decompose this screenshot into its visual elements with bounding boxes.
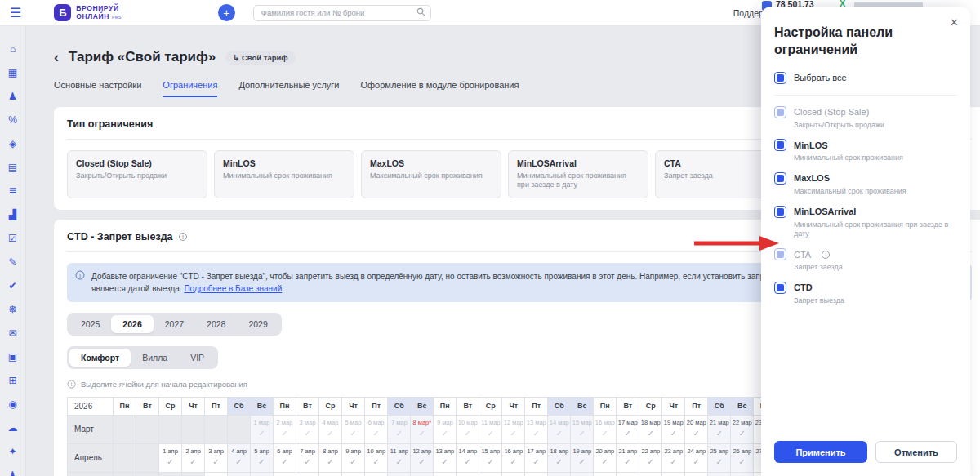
checkbox-ctd[interactable] — [774, 282, 786, 294]
date-cell-11-апр[interactable]: 11 апр✓ — [388, 443, 411, 472]
restriction-card-minlosarrival[interactable]: MinLOSArrivalМинимальный срок проживания… — [508, 150, 648, 198]
date-cell-23-апр[interactable]: 23 апр✓ — [662, 443, 685, 472]
date-cell-4-мар[interactable]: 4 мар✓ — [319, 415, 342, 443]
date-cell-13-апр[interactable]: 13 апр✓ — [434, 443, 457, 472]
back-button[interactable]: ‹ — [54, 50, 59, 65]
date-cell-1-апр[interactable]: 1 апр✓ — [159, 443, 182, 472]
tab-основные-настройки[interactable]: Основные настройки — [54, 80, 141, 97]
search-input[interactable] — [253, 5, 431, 21]
date-cell-8-мая[interactable]: 8 мая✓ — [365, 472, 388, 476]
close-icon[interactable]: ✕ — [950, 16, 959, 29]
date-cell-4-апр[interactable]: 4 апр✓ — [228, 443, 251, 472]
date-cell-17-мар[interactable]: 17 мар✓ — [617, 415, 639, 443]
date-cell-18-мая[interactable]: 18 мая✓ — [594, 472, 617, 476]
date-cell-6-мая[interactable]: 6 мая✓ — [319, 472, 342, 476]
date-cell-16-мая[interactable]: 16 мая✓ — [548, 472, 571, 476]
date-cell-13-мар[interactable]: 13 мар✓ — [525, 415, 548, 443]
checkbox-minlosarrival[interactable] — [774, 206, 786, 218]
date-cell-24-апр[interactable]: 24 апр✓ — [685, 443, 708, 472]
date-cell-14-мар[interactable]: 14 мар✓ — [548, 415, 571, 443]
tab-ограничения[interactable]: Ограничения — [163, 80, 217, 97]
date-cell-19-мар[interactable]: 19 мар✓ — [662, 415, 685, 443]
date-cell-10-мар[interactable]: 10 мар✓ — [457, 415, 479, 443]
app-logo[interactable]: Б БРОНИРУЙ ОНЛАЙН PMS — [54, 4, 121, 21]
date-cell-9-апр[interactable]: 9 апр✓ — [342, 443, 365, 472]
checkbox-closed[interactable] — [774, 106, 786, 118]
year-tab-2025[interactable]: 2025 — [69, 315, 111, 333]
date-cell-1-мая[interactable]: 1 мая*✓ — [205, 472, 228, 476]
profile-icon[interactable]: ♟ — [7, 470, 19, 476]
date-cell-5-апр[interactable]: 5 апр✓ — [251, 443, 274, 472]
knowledge-base-link[interactable]: Подробнее в Базе знаний — [184, 284, 282, 293]
category-tab-vip[interactable]: VIP — [179, 349, 216, 367]
info-icon[interactable]: i — [179, 233, 187, 241]
date-cell-7-мар[interactable]: 7 мар✓ — [388, 415, 411, 443]
date-cell-17-апр[interactable]: 17 апр✓ — [525, 443, 548, 472]
restriction-card-maxlos[interactable]: MaxLOSМаксимальный срок проживания — [361, 150, 501, 198]
year-tab-2029[interactable]: 2029 — [237, 315, 278, 333]
camera-icon[interactable]: ◉ — [7, 399, 19, 409]
date-cell-19-апр[interactable]: 19 апр✓ — [571, 443, 594, 472]
date-cell-1-мар[interactable]: 1 мар✓ — [251, 415, 274, 443]
date-cell-12-мар[interactable]: 12 мар✓ — [502, 415, 525, 443]
date-cell-10-мая[interactable]: 10 мая✓ — [411, 472, 434, 476]
date-cell-26-апр[interactable]: 26 апр✓ — [731, 443, 754, 472]
restriction-card-closed[interactable]: Closed (Stop Sale)Закрыть/Открыть продаж… — [67, 150, 207, 198]
tags-icon[interactable]: ◈ — [7, 139, 19, 149]
guests-icon[interactable]: ♟ — [7, 91, 19, 101]
reception-bell-icon[interactable]: ⌂ — [7, 44, 19, 54]
date-cell-15-мая[interactable]: 15 мая✓ — [525, 472, 548, 476]
date-cell-22-апр[interactable]: 22 апр✓ — [639, 443, 662, 472]
category-tab-комфорт[interactable]: Комфорт — [69, 349, 131, 367]
cancel-button[interactable]: Отменить — [875, 441, 957, 463]
date-cell-12-мая[interactable]: 12 мая✓ — [457, 472, 479, 476]
date-cell-23-мая[interactable]: 23 мая✓ — [708, 472, 731, 476]
date-cell-12-апр[interactable]: 12 апр✓ — [411, 443, 434, 472]
date-cell-18-апр[interactable]: 18 апр✓ — [548, 443, 571, 472]
date-cell-3-мая[interactable]: 3 мая✓ — [251, 472, 274, 476]
date-cell-16-апр[interactable]: 16 апр✓ — [502, 443, 525, 472]
date-cell-24-мая[interactable]: 24 мая✓ — [731, 472, 754, 476]
date-cell-14-мая[interactable]: 14 мая✓ — [502, 472, 525, 476]
date-cell-15-мар[interactable]: 15 мар✓ — [571, 415, 594, 443]
year-tab-2027[interactable]: 2027 — [154, 315, 195, 333]
date-cell-3-апр[interactable]: 3 апр✓ — [205, 443, 228, 472]
tab-оформление-в-модуле-бронирования[interactable]: Оформление в модуле бронирования — [360, 80, 519, 97]
date-cell-11-мая[interactable]: 11 мая✓ — [434, 472, 457, 476]
date-cell-9-мар[interactable]: 9 мар✓ — [434, 415, 457, 443]
date-cell-15-апр[interactable]: 15 апр✓ — [479, 443, 502, 472]
analytics-icon[interactable]: ▟ — [7, 210, 19, 220]
date-cell-5-мая[interactable]: 5 мая✓ — [296, 472, 319, 476]
date-cell-8-мар[interactable]: 8 мар*✓ — [411, 415, 434, 443]
date-cell-17-мая[interactable]: 17 мая✓ — [571, 472, 594, 476]
tasks-icon[interactable]: ☑ — [7, 234, 19, 243]
date-cell-4-мая[interactable]: 4 мая✓ — [274, 472, 296, 476]
date-cell-10-апр[interactable]: 10 апр✓ — [365, 443, 388, 472]
date-cell-13-мая[interactable]: 13 мая✓ — [479, 472, 502, 476]
date-cell-3-мар[interactable]: 3 мар✓ — [296, 415, 319, 443]
date-cell-19-мая[interactable]: 19 мая✓ — [617, 472, 639, 476]
date-cell-22-мая[interactable]: 22 мая✓ — [685, 472, 708, 476]
select-all-checkbox[interactable] — [774, 72, 786, 84]
info-icon[interactable]: i — [822, 251, 830, 259]
date-cell-7-мая[interactable]: 7 мая✓ — [342, 472, 365, 476]
date-cell-9-мая[interactable]: 9 мая*✓ — [388, 472, 411, 476]
date-cell-18-мар[interactable]: 18 мар✓ — [639, 415, 662, 443]
date-cell-2-апр[interactable]: 2 апр✓ — [182, 443, 205, 472]
date-cell-11-мар[interactable]: 11 мар✓ — [479, 415, 502, 443]
year-tab-2028[interactable]: 2028 — [195, 315, 237, 333]
date-cell-21-мая[interactable]: 21 мая✓ — [662, 472, 685, 476]
date-cell-2-мая[interactable]: 2 мая✓ — [228, 472, 251, 476]
create-booking-button[interactable]: + — [218, 4, 235, 21]
tab-дополнительные-услуги[interactable]: Дополнительные услуги — [238, 80, 339, 97]
date-cell-5-мар[interactable]: 5 мар✓ — [342, 415, 365, 443]
date-cell-8-апр[interactable]: 8 апр✓ — [319, 443, 342, 472]
megaphone-icon[interactable]: ✦ — [7, 447, 19, 456]
quality-icon[interactable]: ✔ — [7, 281, 19, 291]
date-cell-7-апр[interactable]: 7 апр✓ — [296, 443, 319, 472]
checkbox-minlos[interactable] — [774, 139, 786, 151]
date-cell-21-апр[interactable]: 21 апр✓ — [617, 443, 639, 472]
date-cell-20-апр[interactable]: 20 апр✓ — [594, 443, 617, 472]
documents-icon[interactable]: ▤ — [7, 162, 19, 172]
tools-icon[interactable]: ✎ — [7, 257, 19, 267]
